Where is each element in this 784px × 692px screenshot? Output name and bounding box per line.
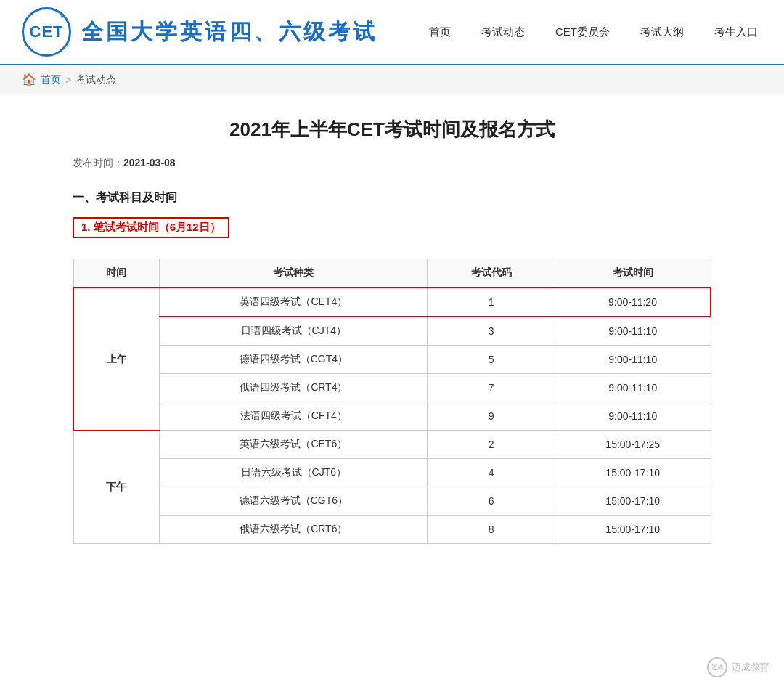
article-title: 2021年上半年CET考试时间及报名方式: [73, 116, 711, 142]
exam-time-cell: 15:00-17:10: [555, 516, 711, 544]
section1-title: 一、考试科目及时间: [73, 190, 711, 205]
nav-cet-committee[interactable]: CET委员会: [551, 23, 614, 42]
exam-code-cell: 3: [428, 317, 555, 346]
publish-label: 发布时间：: [73, 157, 123, 168]
site-title: 全国大学英语四、六级考试: [81, 17, 377, 47]
exam-code-cell: 5: [428, 346, 555, 374]
table-row: 日语四级考试（CJT4）39:00-11:10: [73, 317, 711, 346]
breadcrumb-home-link[interactable]: 首页: [41, 73, 61, 86]
table-row: 俄语四级考试（CRT4）79:00-11:10: [73, 374, 711, 402]
col-period: 时间: [73, 259, 160, 288]
exam-time-cell: 15:00-17:10: [555, 459, 711, 487]
exam-code-cell: 1: [428, 288, 555, 317]
exam-time-cell: 9:00-11:20: [555, 288, 711, 317]
nav-exam-news[interactable]: 考试动态: [477, 23, 529, 42]
exam-type-cell: 俄语四级考试（CRT4）: [160, 374, 428, 402]
table-row: 德语四级考试（CGT4）59:00-11:10: [73, 346, 711, 374]
exam-type-cell: 法语四级考试（CFT4）: [160, 402, 428, 431]
subsection1-label: 1. 笔试考试时间（6月12日）: [73, 217, 229, 238]
logo-reg: ®: [60, 12, 65, 20]
logo-cet-text: CET: [30, 23, 64, 41]
table-row: 下午英语六级考试（CET6）215:00-17:25: [73, 431, 711, 459]
exam-time-cell: 9:00-11:10: [555, 402, 711, 431]
exam-code-cell: 8: [428, 516, 555, 544]
table-header-row: 时间 考试种类 考试代码 考试时间: [73, 259, 711, 288]
publish-date: 2021-03-08: [123, 157, 176, 168]
exam-time-cell: 9:00-11:10: [555, 346, 711, 374]
exam-time-cell: 15:00-17:25: [555, 431, 711, 459]
breadcrumb: 🏠 首页 > 考试动态: [0, 65, 784, 94]
col-type: 考试种类: [160, 259, 428, 288]
exam-time-cell: 9:00-11:10: [555, 317, 711, 346]
table-row: 德语六级考试（CGT6）615:00-17:10: [73, 487, 711, 516]
logo-circle: ® CET: [22, 7, 71, 57]
table-row: 俄语六级考试（CRT6）815:00-17:10: [73, 516, 711, 544]
exam-type-cell: 英语六级考试（CET6）: [160, 431, 428, 459]
exam-type-cell: 日语六级考试（CJT6）: [160, 459, 428, 487]
exam-code-cell: 9: [428, 402, 555, 431]
table-row: 日语六级考试（CJT6）415:00-17:10: [73, 459, 711, 487]
header-logo-area: ® CET 全国大学英语四、六级考试: [22, 7, 377, 57]
exam-type-cell: 日语四级考试（CJT4）: [160, 317, 428, 346]
exam-time-cell: 9:00-11:10: [555, 374, 711, 402]
table-row: 上午英语四级考试（CET4）19:00-11:20: [73, 288, 711, 317]
period-cell-morning: 上午: [73, 288, 160, 431]
nav-home[interactable]: 首页: [425, 23, 455, 42]
col-code: 考试代码: [428, 259, 555, 288]
breadcrumb-current: 考试动态: [75, 73, 116, 86]
exam-type-cell: 德语六级考试（CGT6）: [160, 487, 428, 516]
main-content: 2021年上半年CET考试时间及报名方式 发布时间：2021-03-08 一、考…: [44, 94, 740, 580]
site-header: ® CET 全国大学英语四、六级考试 首页 考试动态 CET委员会 考试大纲 考…: [0, 0, 784, 65]
exam-type-cell: 英语四级考试（CET4）: [160, 288, 428, 317]
table-row: 法语四级考试（CFT4）99:00-11:10: [73, 402, 711, 431]
exam-code-cell: 4: [428, 459, 555, 487]
exam-code-cell: 2: [428, 431, 555, 459]
exam-code-cell: 7: [428, 374, 555, 402]
nav-examinee[interactable]: 考生入口: [710, 23, 762, 42]
exam-time-cell: 15:00-17:10: [555, 487, 711, 516]
home-icon: 🏠: [22, 73, 36, 86]
exam-type-cell: 德语四级考试（CGT4）: [160, 346, 428, 374]
period-cell-afternoon: 下午: [73, 431, 160, 544]
exam-table: 时间 考试种类 考试代码 考试时间 上午英语四级考试（CET4）19:00-11…: [73, 259, 711, 544]
col-time: 考试时间: [555, 259, 711, 288]
breadcrumb-separator: >: [65, 74, 71, 86]
nav-syllabus[interactable]: 考试大纲: [636, 23, 688, 42]
exam-code-cell: 6: [428, 487, 555, 516]
main-nav: 首页 考试动态 CET委员会 考试大纲 考生入口: [425, 23, 762, 42]
exam-type-cell: 俄语六级考试（CRT6）: [160, 516, 428, 544]
publish-info: 发布时间：2021-03-08: [73, 157, 711, 170]
